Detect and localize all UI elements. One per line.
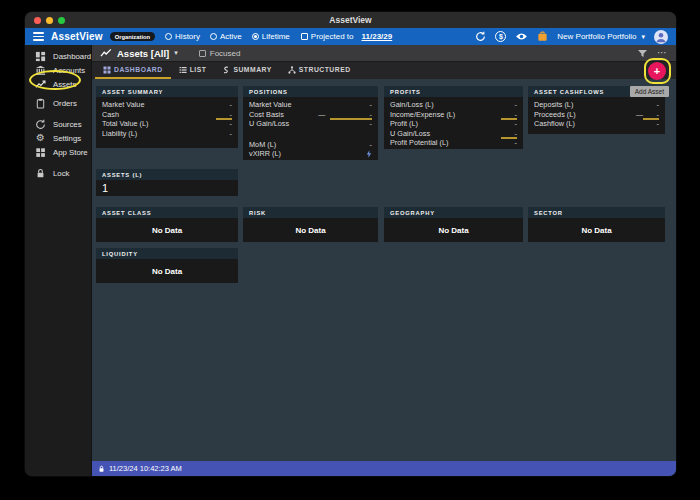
main-layout: Dashboard Accounts Assets (25, 45, 676, 476)
topbar-actions: $ New Portfolio Portfolio ▾ (475, 30, 668, 44)
tab-summary[interactable]: SUMMARY (214, 62, 279, 79)
stat-row: vXIRR (L) (249, 149, 372, 159)
app-name: AssetView (51, 31, 103, 42)
tab-dashboard[interactable]: DASHBOARD (95, 62, 171, 79)
trend-chart-icon (100, 48, 112, 58)
more-options-icon[interactable]: ⋯ (657, 50, 668, 56)
content-header-actions: ⋯ (637, 49, 668, 58)
sync-icon[interactable] (475, 31, 486, 42)
radio-selected-icon (252, 33, 259, 40)
no-data-label: No Data (528, 218, 665, 242)
panel-title: RISK (243, 207, 378, 218)
panel-sector: SECTOR No Data (528, 207, 665, 242)
dashboard-grid-icon (35, 51, 46, 62)
app-grid-icon (35, 147, 46, 158)
grid-icon (103, 66, 111, 74)
screen: AssetView AssetView Organization History… (0, 0, 700, 500)
eye-icon[interactable] (515, 32, 528, 41)
stat-row: U Gain/Loss- (390, 129, 517, 139)
panel-positions: POSITIONS Market Value- Cost Basis—- U G… (243, 86, 378, 160)
stat-row: U Gain/Loss- (249, 119, 372, 129)
stat-row: Market Value- (249, 100, 372, 110)
content-header: Assets [All] ▾ Focused ⋯ (92, 45, 676, 61)
sidebar-item-sources[interactable]: Sources (25, 117, 91, 131)
assets-count-value: 1 (96, 180, 238, 196)
radio-circle-icon (210, 33, 217, 40)
stat-row: Income/Expense (L)- (390, 110, 517, 120)
panel-liquidity: LIQUIDITY No Data (96, 248, 238, 283)
chevron-down-icon[interactable]: ▾ (641, 33, 645, 41)
summary-icon (222, 66, 230, 74)
tabbar: DASHBOARD LIST SUMMARY (92, 61, 676, 79)
panel-risk: RISK No Data (243, 207, 378, 242)
projected-to-checkbox[interactable]: Projected to (301, 32, 354, 41)
tab-structured[interactable]: STRUCTURED (280, 62, 359, 79)
organization-badge: Organization (110, 32, 155, 41)
stat-row: Cash- (102, 110, 232, 120)
sidebar-item-accounts[interactable]: Accounts (25, 63, 91, 77)
padlock-icon (35, 168, 46, 179)
panel-title: ASSET SUMMARY (96, 86, 238, 97)
radio-active[interactable]: Active (210, 32, 242, 41)
stat-row: Market Value- (102, 100, 232, 110)
stat-row: Profit (L)- (390, 119, 517, 129)
panel-title: SECTOR (528, 207, 665, 218)
panel-title: ASSETS (L) (96, 169, 238, 180)
tab-list[interactable]: LIST (171, 62, 215, 79)
panel-geography: GEOGRAPHY No Data (384, 207, 523, 242)
avatar[interactable] (654, 30, 668, 44)
portfolio-icon[interactable] (537, 31, 548, 42)
stat-row: Cost Basis—- (249, 110, 372, 120)
stat-row: Liability (L)- (102, 129, 232, 139)
stat-row: Gain/Loss (L)- (390, 100, 517, 110)
panel-asset-summary: ASSET SUMMARY Market Value- Cash- Total … (96, 86, 238, 148)
sidebar: Dashboard Accounts Assets (25, 45, 92, 476)
chevron-down-icon[interactable]: ▾ (174, 49, 178, 57)
panel-assets-count: ASSETS (L) 1 (96, 169, 238, 196)
sidebar-item-assets[interactable]: Assets (25, 77, 91, 91)
sidebar-item-settings[interactable]: ⚙ Settings (25, 131, 91, 145)
filter-icon[interactable] (637, 49, 648, 58)
flash-icon (366, 150, 372, 158)
sidebar-item-lock[interactable]: Lock (25, 166, 91, 180)
no-data-label: No Data (384, 218, 523, 242)
content-area: Assets [All] ▾ Focused ⋯ (92, 45, 676, 476)
assets-scope-selector[interactable]: Assets [All] (117, 48, 169, 59)
stat-row: Cashflow (L)- (534, 119, 659, 129)
portfolio-selector[interactable]: New Portfolio Portfolio (557, 32, 636, 41)
clipboard-icon (35, 98, 46, 109)
status-timestamp: 11/23/24 10:42:23 AM (109, 464, 182, 473)
bank-icon (35, 65, 46, 76)
panel-title: POSITIONS (243, 86, 378, 97)
stat-row: MoM (L)- (249, 140, 372, 150)
window-title: AssetView (25, 15, 676, 25)
panel-profits: PROFITS Gain/Loss (L)- Income/Expense (L… (384, 86, 523, 149)
tree-icon (288, 66, 296, 74)
radio-history[interactable]: History (165, 32, 200, 41)
stat-row: Profit Potential (L)- (390, 138, 517, 148)
hamburger-menu-icon[interactable] (33, 32, 44, 41)
trend-chart-icon (35, 79, 46, 90)
focused-checkbox[interactable]: Focused (199, 49, 241, 58)
app-window: AssetView AssetView Organization History… (25, 12, 676, 476)
panel-title: ASSET CLASS (96, 207, 238, 218)
panel-title: PROFITS (384, 86, 523, 97)
sidebar-item-orders[interactable]: Orders (25, 96, 91, 110)
checkbox-icon (199, 50, 206, 57)
panel-title: GEOGRAPHY (384, 207, 523, 218)
panel-title: LIQUIDITY (96, 248, 238, 259)
projected-date-link[interactable]: 11/23/29 (362, 32, 393, 41)
dashboard-panels: ASSET SUMMARY Market Value- Cash- Total … (92, 79, 676, 461)
add-asset-tooltip: Add Asset (630, 86, 669, 97)
checkbox-icon (301, 33, 308, 40)
gear-icon: ⚙ (35, 133, 46, 143)
sidebar-item-dashboard[interactable]: Dashboard (25, 49, 91, 63)
radio-lifetime[interactable]: Lifetime (252, 32, 290, 41)
list-icon (179, 66, 187, 74)
currency-icon[interactable]: $ (495, 31, 506, 42)
add-asset-button[interactable]: + (648, 62, 666, 80)
sidebar-item-app-store[interactable]: App Store (25, 145, 91, 159)
sync-icon (35, 119, 46, 130)
statusbar: 11/23/24 10:42:23 AM (92, 461, 676, 476)
stat-row: Deposits (L)- (534, 100, 659, 110)
